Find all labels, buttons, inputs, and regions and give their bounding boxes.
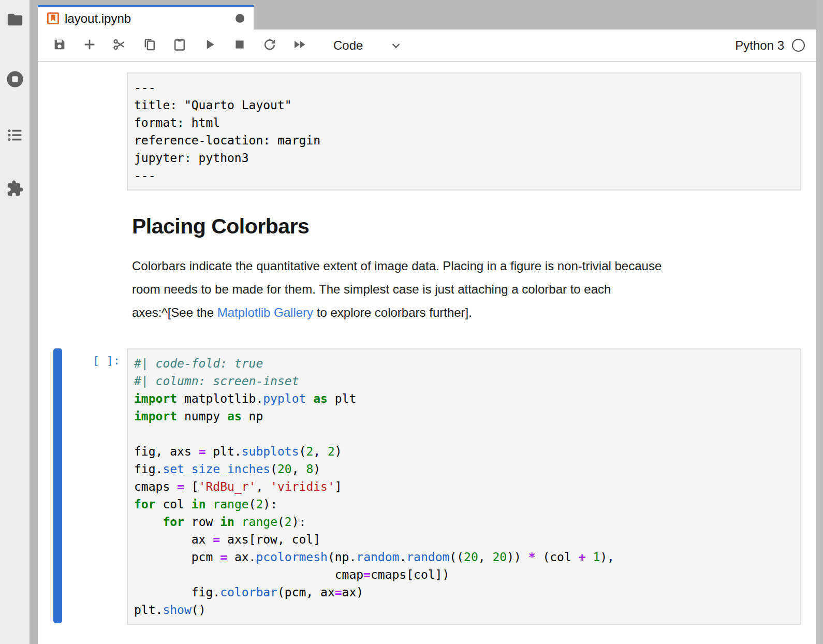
code-token-fn: set_size_inches (163, 462, 270, 476)
text-span (206, 497, 213, 511)
code-token-op: + (579, 550, 586, 564)
text-span: np (242, 409, 263, 423)
text-span: fig, axs (134, 445, 199, 458)
tab-bar: layout.ipynb (38, 0, 816, 30)
notebook-panel: ---title: "Quarto Layout"format: htmlref… (38, 72, 816, 625)
code-token-op: = (199, 445, 206, 458)
code-token-fn: subplots (242, 445, 299, 458)
text-span: , (478, 550, 493, 564)
cell-type-dropdown[interactable]: Code (333, 38, 402, 53)
text-span: pcm (134, 550, 220, 564)
code-token-kw: as (227, 409, 242, 423)
code-token-kw: import (134, 409, 177, 423)
text-span: col (156, 497, 192, 511)
text-span: ( (299, 445, 306, 458)
restart-run-all-button[interactable] (292, 38, 307, 53)
fast-forward-icon (292, 37, 307, 54)
code-token-st: 'viridis' (270, 480, 335, 493)
paste-cells-button[interactable] (172, 38, 187, 53)
text-span: () (192, 603, 206, 617)
chevron-down-icon (390, 39, 402, 52)
text-span (134, 515, 163, 529)
code-token-nu: 8 (306, 462, 313, 476)
running-kernels-tab[interactable] (6, 71, 24, 90)
text-span: , (256, 480, 270, 493)
paragraph-line: axes:^[See the Matplotlib Gallery to exp… (132, 301, 816, 324)
code-token-op: = (177, 480, 184, 493)
notebook-icon (46, 11, 60, 25)
code-line: cmap=cmaps[col]) (134, 566, 794, 583)
selected-cell-collapser[interactable] (53, 348, 62, 623)
stop-icon (232, 37, 247, 54)
code-token-kw: in (192, 497, 206, 511)
notebook-toolbar: Code Python 3 (38, 30, 816, 62)
tab-layout-ipynb[interactable]: layout.ipynb (38, 5, 254, 30)
code-line: for row in range(2): (134, 513, 794, 531)
code-token-fn: colorbar (220, 586, 277, 599)
code-token-fn: random (356, 550, 399, 564)
kernel-name[interactable]: Python 3 (735, 38, 784, 53)
save-button[interactable] (52, 38, 67, 53)
code-token-nu: 20 (492, 550, 507, 564)
code-line: import matplotlib.pyplot as plt (134, 390, 794, 407)
text-span: ax) (342, 586, 364, 599)
activity-sidebar (0, 0, 30, 644)
text-span: numpy (177, 409, 227, 423)
text-span (586, 550, 593, 564)
text-span: cmap (134, 568, 363, 581)
kernel-status-icon[interactable] (792, 39, 805, 52)
code-token-op: * (528, 550, 536, 564)
matplotlib-gallery-link[interactable]: Matplotlib Gallery (217, 305, 313, 319)
scissors-icon (112, 37, 127, 54)
cut-cells-button[interactable] (112, 38, 127, 53)
text-span: ax (134, 533, 213, 546)
execution-prompt: [ ]: (93, 354, 120, 367)
text-span (234, 515, 242, 529)
file-browser-tab[interactable] (6, 11, 24, 30)
code-token-cm: #| code-fold: true (134, 357, 263, 370)
code-line: fig, axs = plt.subplots(2, 2) (134, 443, 794, 460)
clipboard-icon (172, 37, 187, 54)
code-token-nu: 2 (306, 445, 313, 458)
code-cell[interactable]: [ ]: #| code-fold: true#| column: screen… (38, 348, 816, 625)
text-span: ) (335, 445, 342, 458)
code-token-fn: pyplot (263, 392, 306, 405)
text-span: Colorbars indicate the quantitative exte… (132, 259, 662, 273)
copy-icon (142, 37, 157, 54)
text-span: (col (536, 550, 579, 564)
text-span: plt (328, 392, 356, 405)
scrollbar-track[interactable] (816, 0, 823, 644)
save-icon (52, 37, 67, 54)
code-token-op: = (335, 586, 342, 599)
paragraph-line: Colorbars indicate the quantitative exte… (132, 254, 816, 277)
run-cell-button[interactable] (202, 38, 217, 53)
text-span: matplotlib. (177, 392, 263, 405)
text-span: (np. (328, 550, 356, 564)
markdown-cell[interactable]: Placing Colorbars Colorbars indicate the… (132, 214, 816, 324)
code-line: pcm = ax.pcolormesh(np.random.random((20… (134, 548, 794, 566)
restart-kernel-button[interactable] (262, 38, 277, 53)
folder-icon (6, 11, 24, 31)
code-token-nu: 20 (464, 550, 478, 564)
text-span: . (399, 550, 406, 564)
extension-manager-tab[interactable] (6, 180, 24, 199)
code-token-op: = (220, 550, 227, 564)
code-token-fn: random (406, 550, 449, 564)
code-cell-editor[interactable]: #| code-fold: true#| column: screen-inse… (127, 348, 801, 625)
insert-cell-button[interactable] (82, 38, 97, 53)
copy-cells-button[interactable] (142, 38, 157, 53)
text-span: plt. (134, 603, 163, 617)
table-of-contents-tab[interactable] (6, 127, 24, 145)
code-line: #| code-fold: true (134, 355, 794, 372)
text-span: ( (270, 462, 277, 476)
cell-margin (38, 72, 127, 191)
interrupt-kernel-button[interactable] (232, 38, 247, 53)
sidebar-divider[interactable] (30, 0, 38, 644)
yaml-cell-editor[interactable]: ---title: "Quarto Layout"format: htmlref… (127, 72, 801, 191)
yaml-raw-cell[interactable]: ---title: "Quarto Layout"format: htmlref… (38, 72, 816, 191)
code-token-kw: as (313, 392, 328, 405)
yaml-line: --- (134, 167, 794, 184)
text-span: plt. (205, 445, 241, 458)
code-token-st: 'RdBu_r' (199, 480, 256, 493)
text-span: ( (277, 515, 285, 529)
